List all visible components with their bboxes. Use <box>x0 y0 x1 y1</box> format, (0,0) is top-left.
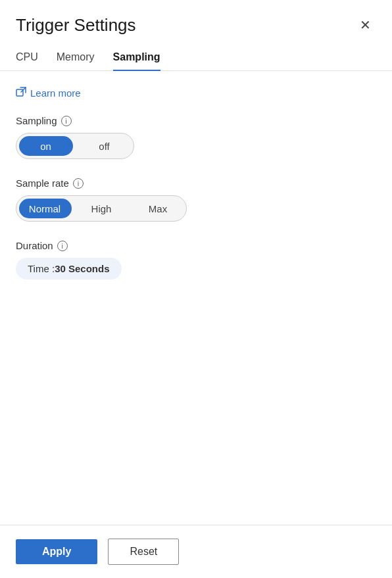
duration-label-text: Duration <box>16 240 53 251</box>
tabs-container: CPU Memory Sampling <box>0 46 392 71</box>
content-area: Learn more Sampling i on off Sample rate… <box>0 71 392 402</box>
rate-normal-option[interactable]: Normal <box>16 203 73 214</box>
sample-rate-label-text: Sample rate <box>16 178 69 189</box>
footer: Apply Reset <box>0 525 392 578</box>
rate-max-option[interactable]: Max <box>130 203 186 214</box>
learn-more-label: Learn more <box>30 87 81 99</box>
external-link-icon <box>16 87 26 99</box>
dialog-title: Trigger Settings <box>16 15 136 36</box>
sample-rate-info-icon[interactable]: i <box>73 178 84 189</box>
duration-section-label: Duration i <box>16 240 376 251</box>
trigger-settings-dialog: Trigger Settings ✕ CPU Memory Sampling L… <box>0 0 392 578</box>
duration-badge[interactable]: Time : 30 Seconds <box>16 258 122 279</box>
sampling-info-icon[interactable]: i <box>61 116 72 126</box>
sample-rate-selector[interactable]: Normal High Max <box>16 195 187 222</box>
tab-sampling[interactable]: Sampling <box>113 46 160 71</box>
apply-button[interactable]: Apply <box>16 539 97 564</box>
duration-info-icon[interactable]: i <box>57 241 68 251</box>
spacer <box>0 402 392 525</box>
duration-value: 30 Seconds <box>55 263 109 274</box>
tab-memory[interactable]: Memory <box>57 46 95 71</box>
toggle-on-option[interactable]: on <box>16 141 75 152</box>
tab-cpu[interactable]: CPU <box>16 46 38 71</box>
duration-prefix: Time : <box>28 263 55 274</box>
rate-high-option[interactable]: High <box>73 203 130 214</box>
close-button[interactable]: ✕ <box>355 14 376 36</box>
sampling-label-text: Sampling <box>16 115 57 126</box>
toggle-off-option[interactable]: off <box>75 141 134 152</box>
sampling-toggle[interactable]: on off <box>16 133 134 159</box>
sampling-section-label: Sampling i <box>16 115 376 126</box>
sample-rate-section-label: Sample rate i <box>16 178 376 189</box>
learn-more-link[interactable]: Learn more <box>16 87 376 99</box>
reset-button[interactable]: Reset <box>108 539 179 565</box>
dialog-header: Trigger Settings ✕ <box>0 0 392 46</box>
